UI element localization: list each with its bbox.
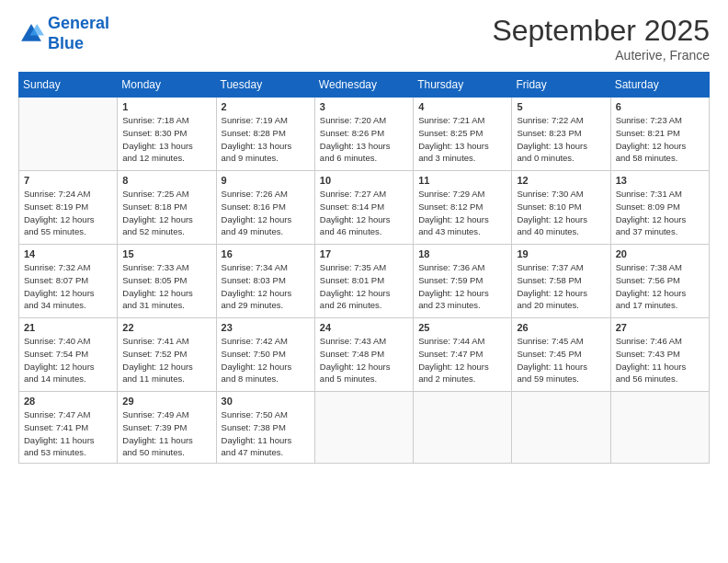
- day-info: Sunrise: 7:25 AMSunset: 8:18 PMDaylight:…: [122, 188, 210, 238]
- day-number: 23: [222, 322, 310, 333]
- header: General Blue September 2025 Auterive, Fr…: [18, 14, 710, 63]
- calendar-cell: [512, 392, 610, 464]
- calendar-week-5: 28Sunrise: 7:47 AMSunset: 7:41 PMDayligh…: [19, 392, 710, 464]
- day-number: 19: [517, 248, 605, 259]
- day-info: Sunrise: 7:43 AMSunset: 7:48 PMDaylight:…: [320, 335, 408, 385]
- day-info: Sunrise: 7:37 AMSunset: 7:58 PMDaylight:…: [517, 261, 605, 312]
- day-number: 13: [616, 175, 704, 186]
- calendar-cell: 17Sunrise: 7:35 AMSunset: 8:01 PMDayligh…: [314, 245, 413, 318]
- calendar-week-2: 7Sunrise: 7:24 AMSunset: 8:19 PMDaylight…: [19, 171, 710, 245]
- day-info: Sunrise: 7:23 AMSunset: 8:21 PMDaylight:…: [616, 114, 704, 165]
- day-info: Sunrise: 7:47 AMSunset: 7:41 PMDaylight:…: [24, 408, 112, 459]
- calendar-cell: 3Sunrise: 7:20 AMSunset: 8:26 PMDaylight…: [314, 98, 413, 171]
- calendar-cell: 1Sunrise: 7:18 AMSunset: 8:30 PMDaylight…: [118, 98, 216, 171]
- day-info: Sunrise: 7:18 AMSunset: 8:30 PMDaylight:…: [122, 114, 210, 165]
- calendar-cell: 5Sunrise: 7:22 AMSunset: 8:23 PMDaylight…: [512, 98, 610, 171]
- calendar-cell: 8Sunrise: 7:25 AMSunset: 8:18 PMDaylight…: [118, 171, 216, 245]
- logo-line2: Blue: [48, 34, 84, 52]
- day-number: 3: [320, 101, 408, 112]
- day-number: 2: [222, 101, 310, 112]
- day-number: 25: [418, 322, 506, 333]
- day-number: 11: [418, 175, 506, 186]
- calendar-cell: 25Sunrise: 7:44 AMSunset: 7:47 PMDayligh…: [414, 318, 512, 392]
- day-number: 30: [222, 396, 310, 407]
- day-info: Sunrise: 7:27 AMSunset: 8:14 PMDaylight:…: [320, 188, 408, 238]
- weekday-header-saturday: Saturday: [610, 73, 709, 98]
- calendar-cell: 2Sunrise: 7:19 AMSunset: 8:28 PMDaylight…: [216, 98, 314, 171]
- day-number: 6: [616, 101, 704, 112]
- weekday-header-tuesday: Tuesday: [216, 73, 314, 98]
- page: General Blue September 2025 Auterive, Fr…: [0, 0, 728, 563]
- day-info: Sunrise: 7:21 AMSunset: 8:25 PMDaylight:…: [418, 114, 506, 165]
- calendar-cell: 27Sunrise: 7:46 AMSunset: 7:43 PMDayligh…: [610, 318, 709, 392]
- day-number: 8: [122, 175, 210, 186]
- day-number: 17: [320, 248, 408, 259]
- day-number: 28: [24, 396, 112, 407]
- day-info: Sunrise: 7:34 AMSunset: 8:03 PMDaylight:…: [222, 261, 310, 312]
- day-info: Sunrise: 7:50 AMSunset: 7:38 PMDaylight:…: [222, 408, 310, 459]
- day-number: 9: [222, 175, 310, 186]
- logo-text: General Blue: [48, 14, 109, 53]
- calendar-cell: 15Sunrise: 7:33 AMSunset: 8:05 PMDayligh…: [118, 245, 216, 318]
- day-info: Sunrise: 7:36 AMSunset: 7:59 PMDaylight:…: [418, 261, 506, 312]
- day-number: 12: [517, 175, 605, 186]
- day-info: Sunrise: 7:29 AMSunset: 8:12 PMDaylight:…: [418, 188, 506, 238]
- day-info: Sunrise: 7:42 AMSunset: 7:50 PMDaylight:…: [222, 335, 310, 385]
- day-info: Sunrise: 7:44 AMSunset: 7:47 PMDaylight:…: [418, 335, 506, 385]
- calendar-cell: [414, 392, 512, 464]
- day-number: 1: [122, 101, 210, 112]
- calendar-week-3: 14Sunrise: 7:32 AMSunset: 8:07 PMDayligh…: [19, 245, 710, 318]
- day-number: 21: [24, 322, 112, 333]
- calendar-cell: 10Sunrise: 7:27 AMSunset: 8:14 PMDayligh…: [314, 171, 413, 245]
- day-number: 4: [418, 101, 506, 112]
- calendar-table: SundayMondayTuesdayWednesdayThursdayFrid…: [18, 72, 710, 464]
- weekday-header-monday: Monday: [118, 73, 216, 98]
- day-number: 27: [616, 322, 704, 333]
- calendar-cell: 23Sunrise: 7:42 AMSunset: 7:50 PMDayligh…: [216, 318, 314, 392]
- calendar-cell: 16Sunrise: 7:34 AMSunset: 8:03 PMDayligh…: [216, 245, 314, 318]
- logo-line1: General: [48, 14, 109, 32]
- calendar-cell: [314, 392, 413, 464]
- calendar-cell: [610, 392, 709, 464]
- day-info: Sunrise: 7:20 AMSunset: 8:26 PMDaylight:…: [320, 114, 408, 165]
- calendar-cell: 21Sunrise: 7:40 AMSunset: 7:54 PMDayligh…: [19, 318, 118, 392]
- weekday-header-row: SundayMondayTuesdayWednesdayThursdayFrid…: [19, 73, 710, 98]
- calendar-cell: 19Sunrise: 7:37 AMSunset: 7:58 PMDayligh…: [512, 245, 610, 318]
- month-title: September 2025: [492, 14, 710, 48]
- day-number: 18: [418, 248, 506, 259]
- calendar-cell: 24Sunrise: 7:43 AMSunset: 7:48 PMDayligh…: [314, 318, 413, 392]
- title-block: September 2025 Auterive, France: [492, 14, 710, 63]
- day-number: 24: [320, 322, 408, 333]
- day-info: Sunrise: 7:49 AMSunset: 7:39 PMDaylight:…: [122, 408, 210, 459]
- calendar-cell: 30Sunrise: 7:50 AMSunset: 7:38 PMDayligh…: [216, 392, 314, 464]
- calendar-cell: 28Sunrise: 7:47 AMSunset: 7:41 PMDayligh…: [19, 392, 118, 464]
- subtitle: Auterive, France: [492, 48, 710, 63]
- day-number: 7: [24, 175, 112, 186]
- day-number: 5: [517, 101, 605, 112]
- day-number: 26: [517, 322, 605, 333]
- weekday-header-wednesday: Wednesday: [314, 73, 413, 98]
- calendar-cell: 12Sunrise: 7:30 AMSunset: 8:10 PMDayligh…: [512, 171, 610, 245]
- calendar-week-1: 1Sunrise: 7:18 AMSunset: 8:30 PMDaylight…: [19, 98, 710, 171]
- day-info: Sunrise: 7:33 AMSunset: 8:05 PMDaylight:…: [122, 261, 210, 312]
- day-number: 22: [122, 322, 210, 333]
- day-number: 14: [24, 248, 112, 259]
- calendar-cell: 7Sunrise: 7:24 AMSunset: 8:19 PMDaylight…: [19, 171, 118, 245]
- day-number: 10: [320, 175, 408, 186]
- day-number: 15: [122, 248, 210, 259]
- calendar-cell: 9Sunrise: 7:26 AMSunset: 8:16 PMDaylight…: [216, 171, 314, 245]
- day-info: Sunrise: 7:31 AMSunset: 8:09 PMDaylight:…: [616, 188, 704, 238]
- day-info: Sunrise: 7:40 AMSunset: 7:54 PMDaylight:…: [24, 335, 112, 385]
- day-info: Sunrise: 7:38 AMSunset: 7:56 PMDaylight:…: [616, 261, 704, 312]
- day-info: Sunrise: 7:45 AMSunset: 7:45 PMDaylight:…: [517, 335, 605, 385]
- weekday-header-friday: Friday: [512, 73, 610, 98]
- day-info: Sunrise: 7:26 AMSunset: 8:16 PMDaylight:…: [222, 188, 310, 238]
- calendar-cell: 22Sunrise: 7:41 AMSunset: 7:52 PMDayligh…: [118, 318, 216, 392]
- day-info: Sunrise: 7:41 AMSunset: 7:52 PMDaylight:…: [122, 335, 210, 385]
- calendar-cell: 4Sunrise: 7:21 AMSunset: 8:25 PMDaylight…: [414, 98, 512, 171]
- day-number: 16: [222, 248, 310, 259]
- day-info: Sunrise: 7:32 AMSunset: 8:07 PMDaylight:…: [24, 261, 112, 312]
- calendar-cell: 11Sunrise: 7:29 AMSunset: 8:12 PMDayligh…: [414, 171, 512, 245]
- calendar-cell: 26Sunrise: 7:45 AMSunset: 7:45 PMDayligh…: [512, 318, 610, 392]
- calendar-cell: 6Sunrise: 7:23 AMSunset: 8:21 PMDaylight…: [610, 98, 709, 171]
